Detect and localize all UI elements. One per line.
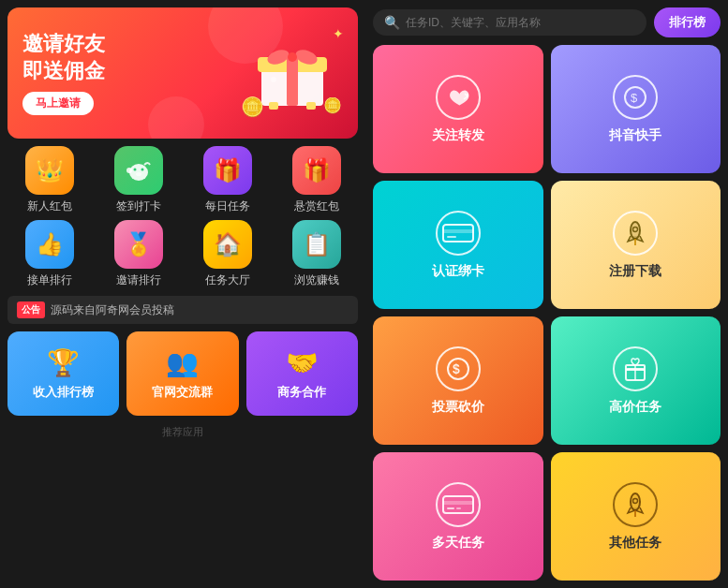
order-rank-icon: 👍 (25, 220, 74, 269)
handshake-icon: 🤝 (286, 347, 319, 378)
task-label-follow-share: 关注转发 (432, 127, 484, 144)
quick-label-browse-earn: 浏览赚钱 (294, 272, 339, 288)
search-input-wrap[interactable]: 🔍 (373, 9, 646, 36)
quick-item-invite-rank[interactable]: 🏅 邀请排行 (97, 220, 180, 288)
task-label-douyin: 抖音快手 (609, 127, 661, 144)
quick-label-order-rank: 接单排行 (27, 272, 72, 288)
svg-rect-28 (447, 507, 454, 509)
invite-banner[interactable]: 邀请好友 即送佣金 马上邀请 (7, 7, 358, 139)
other-task-icon (613, 482, 658, 527)
svg-point-10 (133, 169, 136, 171)
svg-text:$: $ (453, 361, 460, 376)
svg-rect-29 (456, 507, 461, 509)
svg-rect-17 (443, 229, 473, 233)
coin-icon-2: 🪙 (323, 96, 342, 114)
svg-point-13 (126, 168, 132, 173)
business-coop-card[interactable]: 🤝 商务合作 (246, 331, 358, 416)
svg-text:$: $ (631, 91, 638, 105)
douyin-icon: $ (613, 75, 658, 120)
svg-point-11 (141, 169, 143, 171)
bottom-nav-hint: 推荐应用 (7, 423, 358, 441)
task-label-verify-card: 认证绑卡 (432, 263, 484, 280)
quick-item-checkin[interactable]: 签到打卡 (97, 146, 180, 214)
quick-item-task-hall[interactable]: 🏠 任务大厅 (186, 220, 269, 288)
task-label-vote-bargain: 投票砍价 (432, 399, 484, 416)
business-coop-label: 商务合作 (277, 384, 326, 401)
quick-item-daily-task[interactable]: 🎁 每日任务 (186, 146, 269, 214)
task-label-multi-day: 多天任务 (432, 535, 484, 551)
left-panel: 邀请好友 即送佣金 马上邀请 (0, 0, 365, 588)
task-label-other: 其他任务 (609, 535, 661, 551)
rank-button[interactable]: 排行榜 (654, 7, 721, 37)
income-rank-card[interactable]: 🏆 收入排行榜 (7, 331, 119, 416)
svg-point-5 (288, 52, 297, 62)
banner-text: 邀请好友 即送佣金 马上邀请 (22, 31, 105, 115)
checkin-icon (114, 146, 163, 195)
task-card-vote-bargain[interactable]: $ 投票砍价 (373, 316, 543, 445)
task-card-follow-share[interactable]: 关注转发 (373, 45, 543, 173)
quick-label-reward-packet: 悬赏红包 (294, 198, 339, 214)
follow-share-icon (436, 75, 481, 120)
new-red-packet-icon: 👑 (25, 146, 74, 195)
multi-day-icon (436, 482, 481, 527)
trophy-icon: 🏆 (47, 347, 80, 378)
svg-rect-18 (447, 236, 456, 238)
svg-rect-7 (306, 102, 316, 110)
vote-bargain-icon: $ (436, 346, 481, 391)
banner-decoration: 🪙 🪙 ✦ (236, 22, 349, 125)
banner-title-line1: 邀请好友 即送佣金 (22, 31, 105, 84)
high-price-icon (613, 346, 658, 391)
daily-task-icon: 🎁 (203, 146, 252, 195)
search-bar: 🔍 排行榜 (373, 7, 721, 37)
quick-item-order-rank[interactable]: 👍 接单排行 (7, 220, 91, 288)
quick-label-checkin: 签到打卡 (116, 198, 161, 214)
quick-actions-grid: 👑 新人红包 签到打卡 🎁 每日任务 (7, 146, 358, 288)
banner-invite-button[interactable]: 马上邀请 (22, 92, 94, 115)
quick-label-daily-task: 每日任务 (205, 198, 250, 214)
task-card-register-download[interactable]: 注册下载 (551, 181, 721, 309)
quick-item-browse-earn[interactable]: 📋 浏览赚钱 (275, 220, 358, 288)
reward-packet-icon: 🎁 (292, 146, 341, 195)
svg-rect-6 (269, 102, 278, 110)
svg-rect-2 (287, 57, 298, 106)
task-categories-grid: 关注转发 $ 抖音快手 (373, 45, 721, 581)
notice-tag: 公告 (17, 301, 45, 318)
quick-item-reward-packet[interactable]: 🎁 悬赏红包 (275, 146, 358, 214)
quick-label-new-red-packet: 新人红包 (27, 198, 72, 214)
search-icon: 🔍 (384, 15, 400, 30)
official-group-label: 官网交流群 (152, 384, 213, 401)
svg-point-12 (136, 172, 141, 176)
task-hall-icon: 🏠 (203, 220, 252, 269)
task-card-douyin[interactable]: $ 抖音快手 (551, 45, 721, 173)
quick-label-task-hall: 任务大厅 (205, 272, 250, 288)
sparkle-icon: ✦ (333, 26, 344, 41)
group-icon: 👥 (166, 347, 199, 378)
task-label-register-download: 注册下载 (609, 263, 661, 280)
task-card-other[interactable]: 其他任务 (551, 452, 721, 581)
right-panel: 🔍 排行榜 关注转发 (365, 0, 728, 588)
notice-bar: 公告 源码来自阿奇网会员投稿 (7, 296, 358, 324)
task-card-high-price[interactable]: 高价任务 (551, 316, 721, 445)
piggy-icon (126, 157, 152, 184)
browse-earn-icon: 📋 (292, 220, 341, 269)
task-card-verify-card[interactable]: 认证绑卡 (373, 181, 543, 309)
task-label-high-price: 高价任务 (609, 399, 661, 416)
quick-label-invite-rank: 邀请排行 (116, 272, 161, 288)
coin-icon-1: 🪙 (241, 96, 264, 118)
verify-card-icon (436, 211, 481, 256)
notice-text: 源码来自阿奇网会员投稿 (51, 302, 174, 318)
search-input[interactable] (406, 16, 635, 29)
quick-item-new-red-packet[interactable]: 👑 新人红包 (7, 146, 91, 214)
svg-point-8 (271, 77, 276, 82)
app-container: 邀请好友 即送佣金 马上邀请 (0, 0, 728, 588)
task-card-multi-day[interactable]: 多天任务 (373, 452, 543, 581)
official-group-card[interactable]: 👥 官网交流群 (126, 331, 238, 416)
invite-rank-icon: 🏅 (114, 220, 163, 269)
income-rank-label: 收入排行榜 (33, 384, 94, 401)
bottom-cards-grid: 🏆 收入排行榜 👥 官网交流群 🤝 商务合作 (7, 331, 358, 416)
svg-rect-27 (443, 501, 473, 505)
register-download-icon (613, 211, 658, 256)
